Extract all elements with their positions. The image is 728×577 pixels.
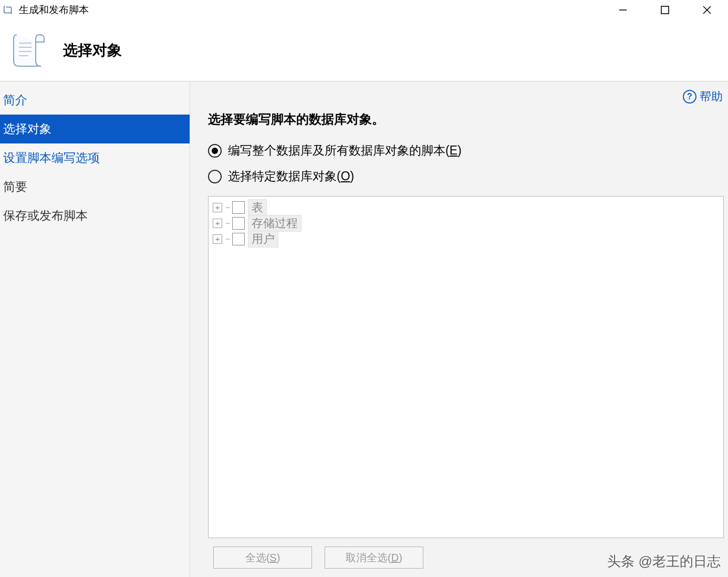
wizard-content: ? 帮助 选择要编写脚本的数据库对象。 编写整个数据库及所有数据库对象的脚本(E… — [190, 81, 728, 577]
checkbox[interactable] — [232, 201, 245, 214]
select-all-button: 全选(S) — [213, 547, 312, 569]
deselect-all-button: 取消全选(D) — [325, 547, 423, 569]
help-icon: ? — [683, 90, 696, 104]
minimize-button[interactable] — [602, 0, 644, 20]
app-icon — [2, 4, 15, 16]
window-controls — [602, 0, 728, 20]
checkbox[interactable] — [232, 233, 245, 245]
wizard-header: 选择对象 — [0, 20, 728, 81]
expand-icon[interactable]: + — [213, 234, 222, 244]
expand-icon[interactable]: + — [213, 203, 222, 212]
step-select-objects[interactable]: 选择对象 — [0, 115, 190, 143]
tree-item-users: + ··· 用户 — [213, 231, 719, 247]
instruction-text: 选择要编写脚本的数据库对象。 — [208, 111, 725, 128]
tree-label: 存储过程 — [248, 215, 301, 232]
radio-icon-selected — [208, 144, 222, 158]
help-label: 帮助 — [700, 89, 723, 105]
window: 生成和发布脚本 选择对象 — [0, 0, 728, 577]
object-tree-panel: + ··· 表 + ··· 存储过程 + ··· 用户 — [208, 196, 724, 538]
tree-label: 表 — [248, 199, 267, 216]
svg-rect-1 — [661, 6, 669, 14]
radio-icon-unselected — [208, 170, 222, 183]
tree-connector: ··· — [225, 203, 229, 212]
step-save-publish: 保存或发布脚本 — [0, 201, 190, 230]
radio-select-specific[interactable]: 选择特定数据库对象(O) — [208, 168, 725, 184]
checkbox[interactable] — [232, 217, 245, 230]
tree-item-tables: + ··· 表 — [213, 200, 719, 215]
help-link[interactable]: ? 帮助 — [683, 89, 723, 105]
titlebar: 生成和发布脚本 — [0, 0, 728, 20]
radio-label-specific: 选择特定数据库对象(O) — [228, 168, 354, 184]
step-summary: 简要 — [0, 172, 190, 201]
step-intro[interactable]: 简介 — [0, 86, 190, 115]
bottom-button-row: 全选(S) 取消全选(D) — [208, 538, 725, 577]
page-title: 选择对象 — [63, 40, 122, 60]
step-script-options[interactable]: 设置脚本编写选项 — [0, 143, 190, 172]
wizard-steps-sidebar: 简介 选择对象 设置脚本编写选项 简要 保存或发布脚本 — [0, 81, 190, 577]
window-title: 生成和发布脚本 — [19, 3, 89, 17]
tree-item-stored-procs: + ··· 存储过程 — [213, 215, 719, 231]
maximize-button[interactable] — [644, 0, 686, 20]
tree-label: 用户 — [248, 231, 278, 248]
radio-label-entire: 编写整个数据库及所有数据库对象的脚本(E) — [228, 142, 462, 159]
expand-icon[interactable]: + — [213, 219, 222, 228]
wizard-body: 简介 选择对象 设置脚本编写选项 简要 保存或发布脚本 ? 帮助 选择要编写脚本… — [0, 81, 728, 577]
close-button[interactable] — [686, 0, 728, 20]
tree-connector: ··· — [225, 234, 229, 244]
radio-script-entire-db[interactable]: 编写整个数据库及所有数据库对象的脚本(E) — [208, 142, 725, 159]
tree-connector: ··· — [225, 219, 229, 228]
script-icon — [9, 29, 47, 71]
